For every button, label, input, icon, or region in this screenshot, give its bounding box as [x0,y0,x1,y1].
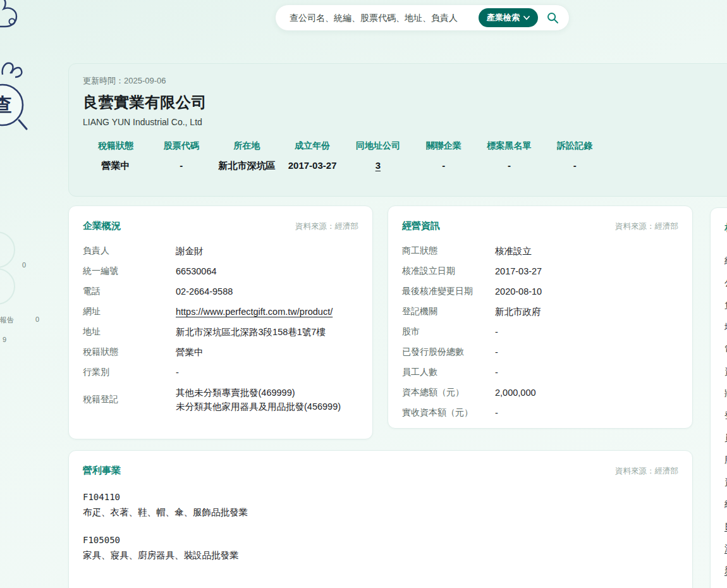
info-row-authority: 登記機關 新北市政府 [402,302,678,322]
info-row-tax-registration: 稅籍登記 其他未分類專賣批發(469999) 未分類其他家用器具及用品批發(45… [83,383,358,417]
website-link[interactable]: https://www.perfectgift.com.tw/product/ [176,305,358,319]
panel-row: 狀態 [724,388,727,400]
left-nav-count[interactable]: 0 [35,315,39,323]
site-logo-icon[interactable] [0,0,25,34]
company-profile-page: { "topbar": { "search_placeholder": "查公司… [0,0,727,588]
same-address-count-link[interactable]: 3 [345,160,411,171]
card-title: 相關企業 [724,222,727,234]
svg-text:查: 查 [0,94,12,115]
panel-row: 資本額 [724,366,727,377]
left-nav-circle-icon[interactable] [0,231,15,268]
business-info-card: 經營資訊 資料來源：經濟部 商工狀態 核准設立 核准設立日期 2017-03-2… [388,205,693,429]
search-input[interactable] [288,12,473,23]
data-source: 資料來源：經濟部 [295,221,358,232]
info-row-phone: 電話 02-2664-9588 [83,281,358,302]
search-icon [547,12,559,24]
panel-row: 統一編號 [724,255,727,267]
company-overview-card: 企業概況 資料來源：經濟部 負責人 謝金財 統一編號 66530064 電話 0… [68,205,373,439]
data-source: 資料來源：經濟部 [615,466,678,477]
related-companies-panel: 相關企業 統一編號 公司名稱 負責人 地址 電話 資本額 狀態 登記 員工 股份… [710,207,727,588]
chevron-down-icon [523,16,530,20]
panel-row: 地址 [724,322,727,333]
left-nav-count[interactable]: 9 [3,336,6,343]
panel-row: 負責人 [724,300,727,311]
stat-tax-status: 稅籍狀態 營業中 [83,140,149,172]
info-row-shares-issued: 已發行股份總數 - [402,342,678,362]
panel-row: 股份 [724,455,727,466]
top-search-bar: 產業檢索 [275,4,570,31]
info-row-approval-date: 核准設立日期 2017-03-27 [402,261,678,281]
stat-stock-code: 股票代碼 - [149,140,214,172]
info-row-website: 網址 https://www.perfectgift.com.tw/produc… [83,302,358,322]
info-row-owner: 負責人 謝金財 [83,241,358,261]
card-title: 企業概況 [83,220,121,232]
panel-row: 統編 [724,499,727,510]
business-code: F104110 [83,492,678,502]
panel-row: 電話 [724,344,727,355]
stat-founded: 成立年份 2017-03-27 [279,140,345,172]
business-scope-item: F105050 家具、寢具、廚房器具、裝設品批發業 [83,535,678,561]
panel-row: 資料 [724,477,727,488]
updated-time: 更新時間：2025-09-06 [83,75,724,87]
panel-company-link[interactable]: 新北企業 [724,565,727,577]
info-row-tax-status: 稅籍狀態 營業中 [83,342,358,362]
stat-related-companies: 關聯企業 - [411,140,477,172]
info-row-stock-market: 股市 - [402,322,678,342]
business-scope-item: F104110 布疋、衣著、鞋、帽、傘、服飾品批發業 [83,492,678,518]
info-row-last-change-date: 最後核准變更日期 2020-08-10 [402,281,678,302]
info-row-registration-status: 商工狀態 核准設立 [402,241,678,261]
panel-company-link[interactable]: 深坑公司 [724,543,727,554]
business-description: 家具、寢具、廚房器具、裝設品批發業 [83,549,678,561]
panel-row: 員工 [724,432,727,444]
info-row-tax-id: 統一編號 66530064 [83,261,358,281]
info-row-address: 地址 新北市深坑區北深路3段158巷1號7樓 [83,322,358,342]
data-source: 資料來源：經濟部 [615,221,678,232]
stat-location: 所在地 新北市深坑區 [214,140,280,172]
info-row-industry: 行業別 - [83,362,358,383]
company-name: 良蕓實業有限公司 [83,92,724,113]
stat-same-address: 同地址公司 3 [345,140,411,172]
business-code: F105050 [83,535,678,545]
card-title: 經營資訊 [402,220,440,232]
info-row-paid-in-capital: 實收資本額（元） - [402,403,678,423]
left-nav-label-fragment[interactable]: 報告 [0,315,14,325]
card-title: 營利事業 [83,465,121,477]
company-stats-row: 稅籍狀態 營業中 股票代碼 - 所在地 新北市深坑區 成立年份 2017-03-… [83,140,608,172]
info-row-employees: 員工人數 - [402,362,678,383]
business-scope-card: 營利事業 資料來源：經濟部 F104110 布疋、衣著、鞋、帽、傘、服飾品批發業… [68,450,693,588]
company-header-card: 更新時間：2025-09-06 良蕓實業有限公司 LIANG YUN Indus… [68,63,727,197]
industry-search-label: 產業檢索 [487,12,520,23]
info-row-capital: 資本總額（元） 2,000,000 [402,383,678,403]
stat-litigation: 訴訟記錄 - [542,140,608,172]
industry-search-button[interactable]: 產業檢索 [479,8,538,27]
panel-row: 公司名稱 [724,278,727,289]
company-name-en: LIANG YUN Industrial Co., Ltd [83,117,724,127]
left-nav-circle-icon[interactable] [0,268,15,305]
search-submit-button[interactable] [543,9,563,27]
business-description: 布疋、衣著、鞋、帽、傘、服飾品批發業 [83,506,678,518]
panel-row: 登記 [724,410,727,422]
stat-blacklist: 標案黑名單 - [477,140,542,172]
search-magnifier-logo[interactable]: 查 [0,61,29,133]
panel-company-link[interactable]: 良蕓實業 [724,521,727,532]
left-nav-count[interactable]: 0 [22,261,26,269]
